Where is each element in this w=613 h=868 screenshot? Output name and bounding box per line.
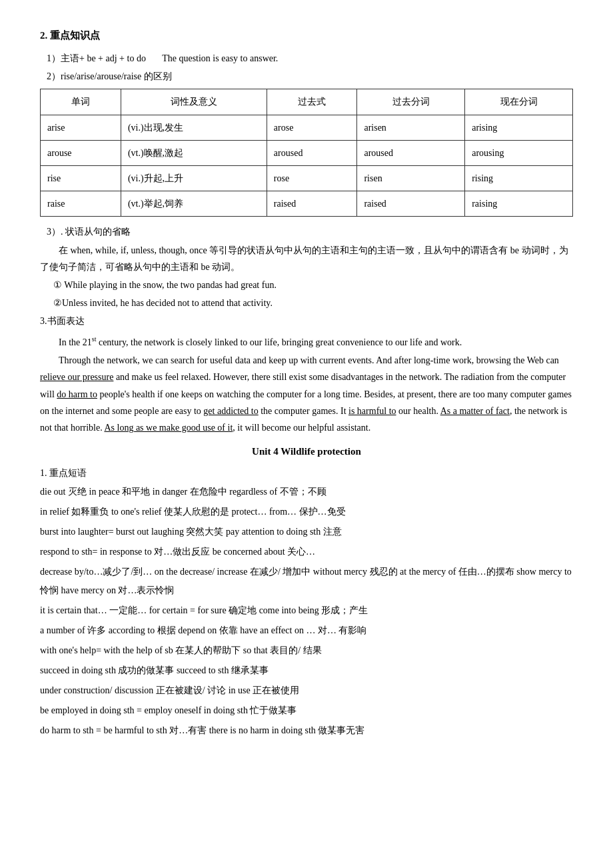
table-cell: (vt.)举起,饲养 <box>121 191 267 217</box>
table-cell: rising <box>465 165 573 191</box>
table-cell: raising <box>465 191 573 217</box>
item2-label: 2）rise/arise/arouse/raise 的区别 <box>47 68 573 85</box>
table-cell: aroused <box>357 140 465 165</box>
phrase-item: do harm to sth = be harmful to sth 对…有害 … <box>40 721 573 740</box>
col-pp: 过去分词 <box>357 89 465 115</box>
section-2: 2. 重点知识点 1）主语+ be + adj + to do The ques… <box>40 27 573 436</box>
section-2-title: 2. 重点知识点 <box>40 27 573 45</box>
phrase-item: respond to sth= in response to 对…做出反应 be… <box>40 543 573 561</box>
table-cell: (vi.)出现,发生 <box>121 115 267 140</box>
phrase-item: a number of 许多 according to 根据 depend on… <box>40 621 573 640</box>
table-row: arise(vi.)出现,发生arosearisenarising <box>41 115 573 140</box>
col-past: 过去式 <box>267 89 357 115</box>
table-cell: arise <box>41 115 121 140</box>
phrase-item: with one's help= with the help of sb 在某人… <box>40 641 573 660</box>
phrase-item: it is certain that… 一定能… for certain = f… <box>40 601 573 620</box>
phrase-item: be employed in doing sth = employ onesel… <box>40 701 573 720</box>
table-row: rise(vi.)升起,上升roserisenrising <box>41 165 573 191</box>
phrase-item: decrease by/to…减少了/到… on the decrease/ i… <box>40 563 573 600</box>
table-cell: raise <box>41 191 121 217</box>
table-cell: aroused <box>267 140 357 165</box>
item3-label: 3）. 状语从句的省略 <box>47 223 573 240</box>
table-cell: arouse <box>41 140 121 165</box>
unit4-title: Unit 4 Wildlife protection <box>40 443 573 461</box>
phrase-item: burst into laughter= burst out laughing … <box>40 523 573 541</box>
phrase-item: under construction/ discussion 正在被建设/ 讨论… <box>40 681 573 700</box>
item1-label: 1）主语+ be + adj + to do The question is e… <box>47 50 573 67</box>
phrase-item: in relief 如释重负 to one's relief 使某人欣慰的是 p… <box>40 503 573 521</box>
table-cell: raised <box>267 191 357 217</box>
phrase-item: die out 灭绝 in peace 和平地 in danger 在危险中 r… <box>40 483 573 501</box>
table-cell: arisen <box>357 115 465 140</box>
writing-p2: Through the network, we can search for u… <box>40 352 573 436</box>
col-pos: 词性及意义 <box>121 89 267 115</box>
table-cell: (vi.)升起,上升 <box>121 165 267 191</box>
item4-label: 3.书面表达 <box>40 313 573 329</box>
table-row: raise(vt.)举起,饲养raisedraisedraising <box>41 191 573 217</box>
unit4-section: Unit 4 Wildlife protection 1. 重点短语 die o… <box>40 443 573 740</box>
word-table: 单词 词性及意义 过去式 过去分词 现在分词 arise(vi.)出现,发生ar… <box>40 89 573 217</box>
col-pres: 现在分词 <box>465 89 573 115</box>
writing-p1: In the 21st century, the network is clos… <box>40 333 573 351</box>
col-word: 单词 <box>41 89 121 115</box>
item3-ex1: ① While playing in the snow, the two pan… <box>53 277 573 293</box>
table-cell: arousing <box>465 140 573 165</box>
item3-ex2: ②Unless invited, he has decided not to a… <box>53 295 573 311</box>
table-cell: arose <box>267 115 357 140</box>
table-cell: risen <box>357 165 465 191</box>
table-cell: rose <box>267 165 357 191</box>
table-cell: rise <box>41 165 121 191</box>
item3-text: 在 when, while, if, unless, though, once … <box>40 242 573 275</box>
table-row: arouse(vt.)唤醒,激起arousedarousedarousing <box>41 140 573 165</box>
writing-block: In the 21st century, the network is clos… <box>40 333 573 436</box>
unit4-section1-title: 1. 重点短语 <box>40 465 573 481</box>
phrase-item: succeed in doing sth 成功的做某事 succeed to s… <box>40 661 573 680</box>
table-cell: raised <box>357 191 465 217</box>
table-cell: arising <box>465 115 573 140</box>
phrase-block: die out 灭绝 in peace 和平地 in danger 在危险中 r… <box>40 483 573 740</box>
table-cell: (vt.)唤醒,激起 <box>121 140 267 165</box>
